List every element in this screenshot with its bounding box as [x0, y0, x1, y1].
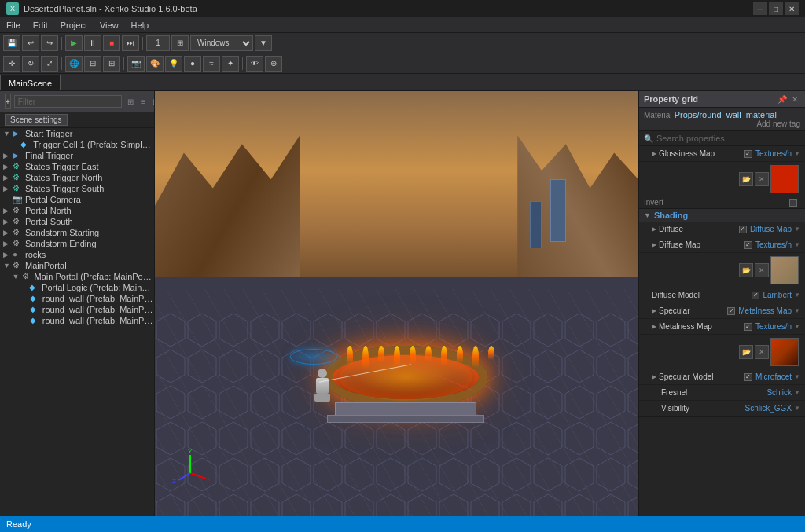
prop-dropdown-specular-model[interactable]: Microfacet [755, 372, 792, 381]
prop-dropdown-diffuse-model[interactable]: Lambert [763, 291, 792, 299]
toolbar-translate[interactable]: ✛ [3, 56, 20, 72]
toolbar-camera[interactable]: 📷 [127, 56, 145, 72]
scene-icon2[interactable]: ≡ [138, 96, 149, 107]
prop-row-specular[interactable]: ▶ Specular ✓ Metalness Map ▼ [639, 303, 805, 319]
toolbar-dropdown-btn[interactable]: ▼ [255, 35, 272, 51]
prop-check-metalness-map[interactable]: ✓ [744, 323, 752, 331]
prop-check-diffuse[interactable]: ✓ [739, 226, 747, 233]
add-new-tag-button[interactable]: Add new tag [756, 119, 800, 128]
tree-item-rocks[interactable]: ▶ ● rocks [0, 249, 154, 260]
toolbar-snap[interactable]: ⊟ [84, 56, 101, 72]
prop-dropdown-specular[interactable]: Metalness Map [738, 306, 792, 315]
menu-project[interactable]: Project [54, 19, 94, 31]
tree-item-states-north[interactable]: ▶ ⚙ States Trigger North [0, 172, 154, 183]
prop-dropdown-visibility[interactable]: Schlick_GGX [745, 404, 792, 413]
toolbar-redo-button[interactable]: ↪ [41, 35, 58, 51]
tree-item-round-wall-1[interactable]: ◆ round_wall (Prefab: MainPortal) [0, 293, 154, 304]
tree-item-trigger-cell[interactable]: ◆ Trigger Cell 1 (Prefab: Simple Trigg [0, 139, 154, 150]
prop-row-metalness-map[interactable]: ▶ Metalness Map ✓ Textures/n ▼ [639, 319, 805, 335]
tree-item-states-east[interactable]: ▶ ⚙ States Trigger East [0, 161, 154, 172]
property-search-input[interactable] [656, 134, 800, 143]
minimize-button[interactable]: ─ [753, 2, 767, 15]
prop-tex-pick-diffuse-icon[interactable]: 📂 [739, 263, 753, 277]
prop-row-glossiness[interactable]: ▶ Glossiness Map ✓ Textures/n ▼ [639, 146, 805, 162]
tree-item-portal-north[interactable]: ▶ ⚙ Portal North [0, 205, 154, 216]
prop-check-specular[interactable]: ✓ [727, 307, 735, 315]
prop-dropdown-metalness-map[interactable]: Textures/n [755, 322, 792, 331]
toolbar-view-mode[interactable]: 👁 [246, 56, 263, 72]
close-button[interactable]: ✕ [785, 2, 799, 15]
prop-check-diffuse-map[interactable]: ✓ [744, 241, 752, 249]
prop-dropdown-glossiness[interactable]: Textures/n [755, 149, 792, 158]
tree-item-portal-south[interactable]: ▶ ⚙ Portal South [0, 216, 154, 227]
prop-row-visibility[interactable]: Visibility Schlick_GGX ▼ [639, 401, 805, 416]
prop-check-specular-model[interactable]: ✓ [744, 373, 752, 381]
toolbar-forward-button[interactable]: ⏭ [122, 35, 139, 51]
prop-value-diffuse-model: Lambert ▼ [763, 291, 800, 299]
prop-row-diffuse-map[interactable]: ▶ Diffuse Map ✓ Textures/n ▼ [639, 237, 805, 253]
toolbar-settings-button[interactable]: 1 [146, 35, 170, 51]
tree-item-round-wall-2[interactable]: ◆ round_wall (Prefab: MainPortal) [0, 304, 154, 315]
toolbar-stop-button[interactable]: ■ [103, 35, 120, 51]
tree-item-main-portal[interactable]: ▼ ⚙ Main Portal (Prefab: MainPortal) [0, 271, 154, 282]
scene-filter-input[interactable] [14, 95, 122, 108]
toolbar-layout-button[interactable]: ⊞ [171, 35, 189, 51]
menu-help[interactable]: Help [125, 19, 156, 31]
tree-item-sandstorm-ending[interactable]: ▶ ⚙ Sandstorm Ending [0, 238, 154, 249]
toolbar-platform-dropdown[interactable]: Windows [190, 35, 253, 51]
tab-main-scene[interactable]: MainScene [0, 75, 61, 90]
prop-tex-pick-icon[interactable]: 📂 [739, 172, 753, 186]
prop-tex-pick-metalness-icon[interactable]: 📂 [739, 345, 753, 359]
tree-item-final-trigger[interactable]: ▶ ▶ Final Trigger [0, 150, 154, 161]
tree-item-sandstorm-starting[interactable]: ▶ ⚙ Sandstorm Starting [0, 227, 154, 238]
tree-item-states-south[interactable]: ▶ ⚙ States Trigger South [0, 183, 154, 194]
tree-item-round-wall-3[interactable]: ◆ round_wall (Prefab: MainPortal) [0, 315, 154, 326]
prop-check-glossiness[interactable]: ✓ [744, 150, 752, 158]
maximize-button[interactable]: □ [769, 2, 783, 15]
prop-dropdown-diffuse[interactable]: Diffuse Map [750, 225, 792, 233]
prop-row-diffuse[interactable]: ▶ Diffuse ✓ Diffuse Map ▼ [639, 222, 805, 237]
viewport-3d[interactable]: X Y Z [155, 91, 638, 532]
tree-item-portal-camera[interactable]: 📷 Portal Camera [0, 194, 154, 205]
toolbar-render-mode[interactable]: 🎨 [146, 56, 164, 72]
prop-grid-close-btn[interactable]: ✕ [789, 94, 800, 105]
prop-check-invert[interactable] [789, 199, 797, 207]
prop-tex-clear-diffuse-icon[interactable]: ✕ [755, 263, 769, 277]
prop-row-diffuse-model[interactable]: Diffuse Model ✓ Lambert ▼ [639, 288, 805, 303]
toolbar-grid[interactable]: ⊞ [103, 56, 120, 72]
toolbar-scale[interactable]: ⤢ [41, 56, 58, 72]
prop-row-fresnel[interactable]: Fresnel Schlick ▼ [639, 385, 805, 401]
svg-text:Y: Y [188, 448, 193, 455]
prop-section-shading-header[interactable]: ▼ Shading [639, 209, 805, 222]
prop-texture-icons-glossiness: 📂 ✕ [739, 172, 769, 186]
tree-item-mainportal[interactable]: ▼ ⚙ MainPortal [0, 260, 154, 271]
prop-check-diffuse-model[interactable]: ✓ [752, 292, 759, 299]
tree-icon-states-east: ⚙ [13, 162, 24, 171]
tree-item-portal-logic[interactable]: ◆ Portal Logic (Prefab: MainPortal) [0, 282, 154, 293]
toolbar-fog-btn[interactable]: ≈ [203, 56, 220, 72]
toolbar-gizmo-btn[interactable]: ⊕ [265, 56, 282, 72]
prop-arrow-specular: ▶ [652, 307, 656, 314]
menu-view[interactable]: View [94, 19, 125, 31]
toolbar-world[interactable]: 🌐 [65, 56, 83, 72]
toolbar-undo-button[interactable]: ↩ [22, 35, 39, 51]
toolbar-pause-button[interactable]: ⏸ [84, 35, 101, 51]
toolbar-light-btn[interactable]: 💡 [165, 56, 182, 72]
scene-add-button[interactable]: + [5, 94, 11, 109]
prop-tex-clear-metalness-icon[interactable]: ✕ [755, 345, 769, 359]
prop-dropdown-fresnel[interactable]: Schlick [766, 388, 792, 397]
toolbar-rotate[interactable]: ↻ [22, 56, 39, 72]
menu-file[interactable]: File [0, 19, 27, 31]
prop-grid-pin-btn[interactable]: 📌 [777, 94, 788, 105]
toolbar-save-button[interactable]: 💾 [3, 35, 20, 51]
scene-icon1[interactable]: ⊞ [125, 96, 136, 107]
prop-dropdown-diffuse-map[interactable]: Textures/n [755, 240, 792, 249]
prop-tex-clear-icon[interactable]: ✕ [755, 172, 769, 186]
toolbar-play-button[interactable]: ▶ [65, 35, 83, 51]
scene-settings-button[interactable]: Scene settings [5, 114, 68, 126]
tree-item-start-trigger[interactable]: ▼ ▶ Start Trigger [0, 128, 154, 139]
prop-row-specular-model[interactable]: ▶ Specular Model ✓ Microfacet ▼ [639, 369, 805, 385]
toolbar-postfx-btn[interactable]: ✦ [222, 56, 239, 72]
toolbar-material-btn[interactable]: ● [184, 56, 201, 72]
menu-edit[interactable]: Edit [27, 19, 54, 31]
